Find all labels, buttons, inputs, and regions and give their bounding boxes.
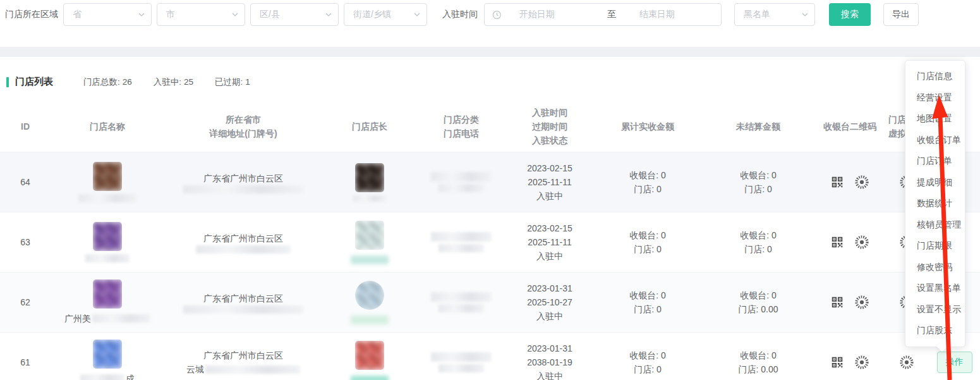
store-table: ID 门店名称 所在省市详细地址(门牌号) 门店店长 门店分类门店电话 入驻时间… xyxy=(0,101,980,380)
qr-code-icon[interactable] xyxy=(830,355,844,369)
store-manager-cell xyxy=(322,163,417,202)
entry-date: 2023-02-15 xyxy=(527,161,572,175)
city-placeholder: 市 xyxy=(166,9,175,20)
menu-item-store-orders[interactable]: 门店订单 xyxy=(905,150,965,172)
chevron-down-icon xyxy=(414,11,420,18)
date-range-input[interactable]: 开始日期 至 结束日期 xyxy=(484,3,722,26)
col-cashier-qr: 收银台二维码 xyxy=(815,120,885,133)
menu-item-set-hidden[interactable]: 设置不显示 xyxy=(905,299,965,321)
store-avatar xyxy=(93,162,122,191)
entry-status-cell: 2023-02-15 2025-11-11 入驻中 xyxy=(505,221,594,263)
row-action-button[interactable]: 操作 xyxy=(937,352,972,373)
export-button[interactable]: 导出 xyxy=(883,3,919,26)
list-header: 门店列表 门店总数:26 入驻中:25 已过期:1 xyxy=(0,57,980,88)
redacted-manager-name xyxy=(353,195,386,202)
menu-item-store-shareholder[interactable]: 门店股东 xyxy=(905,320,965,341)
table-row: 64 广东省广州市白云区 2023-02-1 xyxy=(0,152,980,212)
accrued-cell: 收银台: 0门店: 0 xyxy=(594,348,701,376)
menu-item-change-password[interactable]: 修改密码 xyxy=(905,257,965,278)
chevron-down-icon xyxy=(138,11,145,18)
miniprogram-code-icon[interactable] xyxy=(854,355,869,370)
redacted-store-name xyxy=(92,314,150,322)
store-manager-cell xyxy=(322,341,417,380)
menu-item-store-info[interactable]: 门店信息 xyxy=(905,66,965,87)
menu-item-map-settings[interactable]: 地图设置 xyxy=(905,108,965,130)
menu-item-store-term[interactable]: 门店期限 xyxy=(905,235,965,257)
miniprogram-code-icon[interactable] xyxy=(854,235,869,250)
menu-item-set-blacklist[interactable]: 设置黑名单 xyxy=(905,278,965,299)
status-badge: 入驻中 xyxy=(536,249,563,263)
redacted-manager-name xyxy=(351,316,389,324)
store-avatar xyxy=(93,222,122,251)
store-name-cell: 成 xyxy=(51,340,164,380)
range-separator: 至 xyxy=(593,9,631,20)
province-select[interactable]: 省 xyxy=(63,3,152,26)
blacklist-placeholder: 黑名单 xyxy=(744,9,770,20)
store-phone-cell xyxy=(417,352,505,372)
unsettled-cell: 收银台: 0门店: 0 xyxy=(701,228,815,256)
region-text: 广东省广州市白云区 xyxy=(203,231,283,245)
district-select[interactable]: 区/县 xyxy=(250,3,339,26)
status-badge: 入驻中 xyxy=(536,309,563,323)
status-badge: 入驻中 xyxy=(536,369,563,380)
redacted-category xyxy=(431,292,492,302)
col-id: ID xyxy=(0,120,51,133)
province-placeholder: 省 xyxy=(73,9,82,20)
redacted-category xyxy=(431,172,492,181)
store-region-cell: 广东省广州市白云区 xyxy=(164,231,322,254)
redacted-phone xyxy=(439,304,484,312)
store-name-cell xyxy=(51,222,164,262)
store-phone-cell xyxy=(417,172,505,192)
miniprogram-code-icon[interactable] xyxy=(854,175,869,190)
menu-item-cashier-orders[interactable]: 收银台订单 xyxy=(905,130,965,151)
stat-active: 入驻中:25 xyxy=(154,77,193,88)
table-row: 62 广州美 广东省广州市白云区 2023-0 xyxy=(0,273,980,333)
street-placeholder: 街道/乡镇 xyxy=(353,9,391,20)
col-accrued: 累计实收金额 xyxy=(594,120,701,133)
col-category-phone: 门店分类门店电话 xyxy=(417,113,505,140)
street-select[interactable]: 街道/乡镇 xyxy=(344,3,427,26)
menu-item-business-settings[interactable]: 经营设置 xyxy=(905,87,965,109)
city-select[interactable]: 市 xyxy=(157,3,245,26)
entry-date: 2023-02-15 xyxy=(527,221,572,235)
search-button[interactable]: 搜索 xyxy=(829,3,871,26)
redacted-phone xyxy=(439,244,484,252)
accrued-cell: 收银台: 0门店: 0 xyxy=(594,168,701,196)
manager-avatar xyxy=(355,341,384,370)
menu-item-data-statistics[interactable]: 数据统计 xyxy=(905,193,965,214)
store-region-cell: 广东省广州市白云区 xyxy=(164,171,322,193)
miniprogram-code-icon[interactable] xyxy=(854,295,869,310)
qr-code-icon[interactable] xyxy=(830,295,844,309)
store-id: 63 xyxy=(0,235,51,249)
expire-date: 2025-10-27 xyxy=(527,295,572,309)
col-unsettled: 未结算金额 xyxy=(701,120,815,133)
entry-status-cell: 2023-01-31 2038-01-19 入驻中 xyxy=(505,341,594,380)
clock-icon xyxy=(492,10,502,20)
miniprogram-code-icon[interactable] xyxy=(899,355,914,370)
store-name-cell: 广州美 xyxy=(51,279,164,326)
blacklist-select[interactable]: 黑名单 xyxy=(734,3,815,26)
chevron-down-icon xyxy=(232,11,238,18)
qr-code-icon[interactable] xyxy=(830,235,844,249)
redacted-manager-name xyxy=(351,376,389,380)
stat-total: 门店总数:26 xyxy=(83,77,132,88)
manager-avatar xyxy=(355,163,384,192)
store-avatar xyxy=(93,279,122,309)
store-list-page: 门店所在区域 省 市 区/县 街道/乡镇 入驻时间 xyxy=(0,0,980,380)
table-row: 63 广东省广州市白云区 2023-02-1 xyxy=(0,212,980,273)
page-title: 门店列表 xyxy=(15,76,53,88)
entry-status-cell: 2023-02-15 2025-11-11 入驻中 xyxy=(505,161,594,203)
qr-code-icon[interactable] xyxy=(830,175,844,189)
store-phone-cell xyxy=(417,232,505,252)
unsettled-cell: 收银台: 0门店: 0.00 xyxy=(701,348,815,376)
cashier-qr-cell xyxy=(815,295,885,310)
redacted-store-name xyxy=(85,254,130,262)
menu-item-commission-detail[interactable]: 提成明细 xyxy=(905,172,965,193)
menu-item-verifier-manage[interactable]: 核销员管理 xyxy=(905,214,965,236)
start-date-placeholder: 开始日期 xyxy=(519,9,593,20)
store-phone-cell xyxy=(417,292,505,312)
district-placeholder: 区/县 xyxy=(260,9,280,20)
region-text: 广东省广州市白云区 xyxy=(203,291,283,305)
cashier-qr-cell xyxy=(815,355,885,370)
status-badge: 入驻中 xyxy=(536,189,563,203)
